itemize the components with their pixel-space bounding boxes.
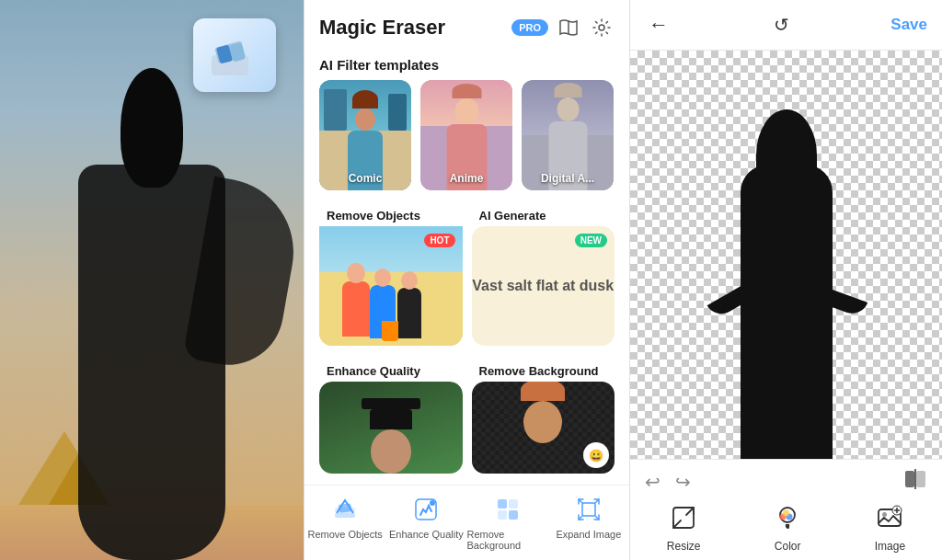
svg-rect-17 — [916, 471, 925, 487]
svg-rect-12 — [509, 499, 518, 509]
compare-button[interactable] — [903, 467, 927, 497]
rb-head — [523, 401, 562, 443]
right-bottom-bar: ↩ ↪ — [630, 459, 942, 560]
redo-button[interactable]: ↪ — [675, 471, 691, 493]
svg-rect-11 — [498, 499, 507, 509]
filter-card-digital[interactable]: Digital A... — [522, 80, 614, 190]
back-button[interactable]: ← — [645, 13, 672, 37]
right-tool-color[interactable]: Color — [774, 504, 801, 553]
tool-expand-image[interactable]: Expand Image — [548, 493, 629, 551]
tool-remove-background-label: Remove Background — [467, 529, 548, 551]
person-dress — [78, 165, 225, 560]
remove-background-card[interactable]: 😀 — [472, 382, 615, 474]
refresh-button[interactable]: ↺ — [774, 14, 789, 36]
enhance-remove-row: Enhance Quality Remove Background — [304, 357, 629, 485]
cutout-figure — [695, 100, 879, 459]
svg-point-10 — [430, 500, 435, 506]
expand-image-icon — [572, 493, 605, 526]
ai-generate-section[interactable]: AI Generate NEW Vast salt flat at dusk — [472, 201, 615, 346]
enhance-quality-card[interactable] — [319, 382, 463, 474]
remove-background-section[interactable]: Remove Background 😀 — [472, 357, 615, 474]
enhance-quality-image — [319, 382, 463, 474]
ai-generate-text: Vast salt flat at dusk — [472, 276, 614, 296]
beach-child-1 — [342, 281, 370, 337]
svg-rect-13 — [498, 510, 507, 520]
right-tools-row: Resize Color — [630, 500, 942, 560]
image-label: Image — [875, 540, 905, 553]
left-person — [41, 73, 262, 560]
svg-rect-16 — [905, 471, 914, 487]
svg-point-25 — [882, 512, 887, 517]
resize-label: Resize — [667, 540, 701, 553]
middle-panel: Magic Eraser PRO AI Filter templates — [304, 0, 630, 560]
filter-card-comic[interactable]: Comic — [319, 80, 411, 190]
filter-card-comic-label: Comic — [319, 172, 411, 185]
rb-hair — [521, 382, 565, 401]
bottom-tools: Remove Objects Enhance Quality — [304, 485, 629, 554]
enhance-quality-label: Enhance Quality — [319, 357, 463, 382]
hot-badge: HOT — [424, 234, 454, 247]
remove-background-icon — [491, 493, 524, 526]
save-button[interactable]: Save — [890, 16, 927, 34]
ai-generate-card[interactable]: NEW Vast salt flat at dusk — [472, 226, 615, 346]
svg-rect-7 — [335, 513, 355, 518]
beach-child-3 — [397, 288, 421, 338]
enhance-quality-section[interactable]: Enhance Quality — [319, 357, 463, 474]
tool-enhance-quality-label: Enhance Quality — [389, 529, 464, 540]
svg-point-23 — [783, 510, 789, 517]
new-badge: NEW — [575, 234, 607, 247]
tool-enhance-quality[interactable]: Enhance Quality — [385, 493, 466, 551]
right-panel: ← ↺ Save ↩ ↪ — [630, 0, 942, 560]
remove-objects-icon — [328, 493, 362, 526]
enhance-quality-icon — [409, 493, 442, 526]
tool-remove-objects-label: Remove Objects — [307, 529, 382, 540]
cutout-hair — [756, 109, 817, 201]
undo-redo-row: ↩ ↪ — [630, 460, 942, 500]
left-panel — [0, 0, 304, 560]
image-icon — [876, 504, 903, 537]
svg-point-5 — [599, 25, 604, 30]
remove-background-label: Remove Background — [472, 357, 615, 382]
color-label: Color — [775, 540, 801, 553]
right-canvas — [630, 51, 942, 459]
color-icon — [774, 504, 801, 537]
svg-rect-15 — [582, 503, 595, 516]
right-header: ← ↺ Save — [630, 0, 942, 51]
beach-bucket — [382, 321, 398, 341]
filter-card-digital-label: Digital A... — [522, 172, 614, 185]
remove-objects-label: Remove Objects — [319, 201, 463, 226]
tool-expand-image-label: Expand Image — [556, 529, 621, 540]
tool-remove-background[interactable]: Remove Background — [467, 493, 548, 551]
ai-generate-label: AI Generate — [472, 201, 615, 226]
right-tool-image[interactable]: Image — [875, 504, 905, 553]
cutout-body — [741, 165, 833, 459]
remove-objects-ai-row: Remove Objects HOT AI Generate — [304, 201, 629, 357]
filter-scroll: Comic Anime — [304, 80, 629, 201]
book-icon[interactable] — [556, 15, 581, 40]
remove-background-image: 😀 — [472, 382, 615, 474]
pro-badge[interactable]: PRO — [511, 19, 548, 36]
filter-card-anime[interactable]: Anime — [420, 80, 512, 190]
middle-header: Magic Eraser PRO — [304, 0, 629, 50]
remove-objects-section[interactable]: Remove Objects HOT — [319, 201, 463, 346]
filter-card-anime-label: Anime — [420, 172, 512, 185]
sticker: 😀 — [583, 442, 609, 468]
remove-objects-image: HOT — [319, 226, 463, 346]
svg-rect-14 — [509, 510, 518, 520]
person-hair — [121, 68, 183, 188]
tool-remove-objects[interactable]: Remove Objects — [304, 493, 385, 551]
undo-button[interactable]: ↩ — [645, 471, 661, 493]
remove-bg-face — [515, 395, 570, 460]
app-title: Magic Eraser — [319, 16, 504, 40]
right-tool-resize[interactable]: Resize — [667, 504, 701, 553]
ai-filter-section-label: AI Filter templates — [304, 50, 629, 80]
settings-icon[interactable] — [589, 15, 615, 40]
resize-icon — [670, 504, 697, 537]
